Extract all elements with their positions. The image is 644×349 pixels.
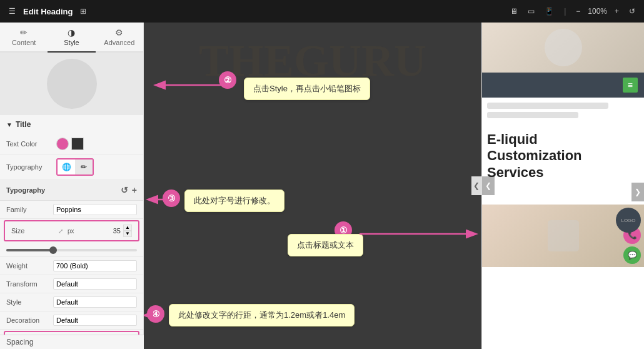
size-unit-btn[interactable]: px [68,228,74,235]
typography-pencil-btn[interactable]: ✏ [75,159,93,174]
main-layout: ✏ Content ◑ Style ⚙ Advanced ▼ Title Tex… [0,23,644,349]
annotation-3: 此处对字号进行修改。 [184,190,284,212]
typography-btn-group: 🌐 ✏ [56,158,94,176]
heading-preview: E-liquid Customization Services [482,126,644,186]
typography-row: Typography 🌐 ✏ [0,154,143,180]
preview-logo-circle [545,29,582,66]
step-circle-2: ② [219,71,236,89]
weight-value: 700 (Bold) [53,260,137,271]
style-icon: ◑ [68,28,75,38]
preview-nav-left[interactable]: ❮ [482,176,495,195]
style-row: Style Default [0,293,143,311]
family-select[interactable]: Poppins [53,204,137,215]
tab-advanced[interactable]: ⚙ Advanced [96,23,143,51]
content-icon: ✏ [20,28,28,38]
tab-content[interactable]: ✏ Content [0,23,48,51]
panel-tabs: ✏ Content ◑ Style ⚙ Advanced [0,23,143,53]
size-stepper: ▲ ▼ [123,225,132,237]
spacing-label: Spacing [0,335,144,349]
size-resize-icon: ⤢ [58,228,63,235]
decoration-value: Default [53,315,137,326]
zoom-in-icon[interactable]: + [612,6,621,17]
heading-line-2: Customization [487,148,639,164]
preview-logo-badge: LOGO [616,208,641,233]
style-select[interactable]: Default [53,296,137,308]
tab-style-label: Style [64,39,79,46]
title-section-header[interactable]: ▼ Title [0,115,143,134]
typography-header-right: ↺ + [121,185,137,195]
preview-nav-right[interactable]: ❯ [631,183,644,201]
size-controls: ⤢ px 35 ▲ ▼ [58,225,132,237]
preview-lower-image: 📞 💬 LOGO [482,205,644,267]
reset-icon[interactable]: ↺ [626,6,638,17]
size-up-btn[interactable]: ▲ [123,225,132,231]
annotation-4: 此处修改文字的行距，通常为1.2em或者1.4em [169,304,355,326]
right-panel: ≡ E-liquid Customization Services ❮ ❯ 📞 [481,23,644,349]
top-bar-title: Edit Heading [23,7,73,16]
tab-style[interactable]: ◑ Style [48,23,95,53]
step-circle-4: ④ [147,305,164,323]
panel-collapse-arrow[interactable]: ❮ [471,176,481,195]
tablet-icon[interactable]: ▭ [525,6,537,17]
top-bar-right: 🖥 ▭ 📱 | − 100% + ↺ [508,6,638,17]
left-panel: ✏ Content ◑ Style ⚙ Advanced ▼ Title Tex… [0,23,144,349]
preview-navbar: ≡ [482,73,644,98]
size-down-btn[interactable]: ▼ [123,231,132,237]
decoration-select[interactable]: Default [53,315,137,326]
canvas-area[interactable]: THEGURU ② 点击Style，再点击小铅笔图标 ③ 此处对字号进行修改。 [144,23,481,349]
blur-line-2 [487,112,578,118]
typography-globe-btn[interactable]: 🌐 [58,159,75,174]
typography-controls: 🌐 ✏ [56,158,137,176]
preview-lower-img-thumb [548,220,579,251]
arrow-2 [144,73,225,104]
annotation-2: 点击Style，再点击小铅笔图标 [244,78,370,100]
preview-blurred-lines [482,98,644,126]
typography-reset-btn[interactable]: ↺ [121,185,128,195]
family-value: Poppins [53,204,137,215]
transform-label: Transform [6,280,53,288]
typography-add-btn[interactable]: + [132,185,137,195]
size-value-display: 35 [113,227,121,235]
family-label: Family [6,206,53,213]
text-color-dark-btn[interactable] [71,138,84,150]
family-row: Family Poppins [0,201,143,219]
weight-row: Weight 700 (Bold) [0,257,143,275]
logo-area [0,53,143,115]
size-slider[interactable] [6,249,137,251]
size-label: Size [11,227,58,235]
text-color-controls [56,138,137,150]
mobile-icon[interactable]: 📱 [542,6,556,17]
size-row: Size ⤢ px 35 ▲ ▼ [4,220,139,241]
zoom-level: 100% [588,7,607,16]
transform-select[interactable]: Default [53,278,137,290]
arrow-1 [356,221,481,246]
weight-select[interactable]: 700 (Bold) [53,260,137,271]
zoom-out-icon[interactable]: − [573,6,583,17]
title-label: Title [16,120,31,129]
logo-placeholder [47,59,97,109]
hamburger-menu-icon[interactable]: ☰ [6,6,18,17]
typography-main-label: Typography [6,163,56,171]
desktop-icon[interactable]: 🖥 [508,6,520,17]
annotation-4-text: 此处修改文字的行距，通常为1.2em或者1.4em [178,310,345,320]
annotation-1: 点击标题或文本 [288,234,363,256]
preview-hamburger-btn[interactable]: ≡ [623,78,638,93]
annotation-1-text: 点击标题或文本 [297,240,354,250]
advanced-icon: ⚙ [115,28,123,38]
text-color-pink-btn[interactable] [56,138,69,150]
style-row-label: Style [6,298,53,306]
top-bar-left: ☰ Edit Heading ⊞ [6,6,89,17]
blur-line-1 [487,103,608,109]
style-value: Default [53,296,137,308]
tab-advanced-label: Advanced [104,39,134,46]
text-color-row: Text Color [0,134,143,154]
weight-label: Weight [6,262,53,270]
decoration-label: Decoration [6,316,53,324]
tab-content-label: Content [12,39,36,46]
typography-section-header: Typography ↺ + [0,180,143,201]
grid-icon[interactable]: ⊞ [78,6,89,17]
transform-row: Transform Default [0,275,143,293]
heading-line-1: E-liquid [487,131,639,148]
float-btn-chat[interactable]: 💬 [623,246,641,264]
step-circle-3: ③ [163,190,180,207]
